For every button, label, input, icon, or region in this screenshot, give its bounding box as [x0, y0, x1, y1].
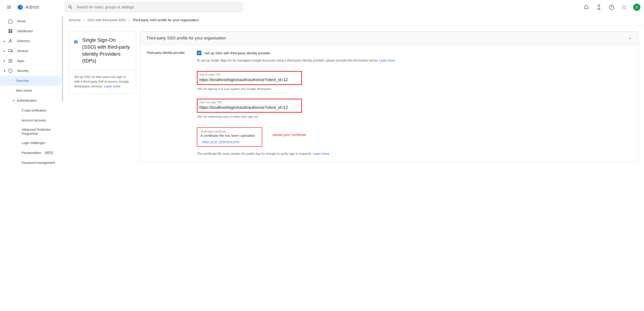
- annotation-box: Sign-in page URL: [197, 71, 302, 85]
- annotation-box: Sign-out page URL: [197, 99, 302, 113]
- svg-point-21: [10, 60, 11, 61]
- svg-point-7: [622, 8, 623, 9]
- svg-point-3: [625, 5, 626, 6]
- svg-point-19: [11, 59, 12, 60]
- sidebar-item-authentication[interactable]: ▾ Authentication: [0, 96, 63, 105]
- search-input[interactable]: [77, 5, 240, 9]
- breadcrumb-link[interactable]: SSO with third-party IDPs: [87, 18, 126, 22]
- chevron-down-icon: ▾: [3, 69, 6, 72]
- replace-certificate-button[interactable]: REPLACE CERTIFICATE: [200, 140, 259, 144]
- svg-point-22: [11, 60, 12, 61]
- tasks-button[interactable]: [594, 2, 604, 13]
- checkbox-label: Set up SSO with third-party identity pro…: [204, 51, 270, 55]
- learn-more-link[interactable]: Learn more: [379, 59, 395, 62]
- sidebar-item-directory[interactable]: ▸ Directory: [0, 36, 63, 46]
- sidebar-nav: Home Dashboard ▸ Directory ▸ Devices ▸ A…: [0, 14, 63, 311]
- user-avatar[interactable]: E: [633, 3, 640, 11]
- info-card-description: Set up SSO so that users can sign in wit…: [74, 75, 129, 88]
- svg-point-8: [624, 8, 624, 9]
- sidebar-item-overview[interactable]: Overview: [0, 76, 61, 86]
- sidebar-item-label: Login challenges: [22, 141, 45, 145]
- certificate-status: A certificate file has been uploaded: [200, 134, 259, 138]
- field-hint: URL for signing in to your system and Go…: [197, 87, 632, 91]
- panel-header[interactable]: Third-party SSO profile for your organis…: [140, 31, 638, 45]
- app-logo[interactable]: Admin: [17, 4, 39, 10]
- field-label: Verification certificate: [200, 130, 259, 133]
- panel-header-title: Third-party SSO profile for your organis…: [146, 36, 226, 40]
- admin-logo-icon: [17, 4, 24, 10]
- sidebar-item-label: Password management: [22, 161, 55, 165]
- collapse-icon[interactable]: [628, 36, 632, 40]
- devices-icon: [8, 48, 13, 53]
- bell-icon: [584, 4, 589, 10]
- sidebar-item-label: Passwordless: [22, 151, 41, 155]
- sidebar-item-label: Home: [17, 19, 26, 23]
- sidebar-item-account-recovery[interactable]: Account recovery: [0, 115, 63, 125]
- field-hint: URL for redirecting users to when they s…: [197, 115, 632, 118]
- sidebar-item-label: Advanced Protection Programme: [22, 128, 60, 136]
- hourglass-icon: [596, 4, 602, 10]
- hamburger-menu-button[interactable]: [4, 2, 14, 13]
- svg-rect-12: [10, 31, 12, 33]
- chevron-right-icon: ▸: [3, 49, 6, 53]
- sidebar-item-label: Devices: [17, 49, 28, 53]
- chevron-right-icon: ›: [84, 18, 84, 22]
- breadcrumb-current: Third-party SSO profile for your organis…: [132, 18, 199, 22]
- sidebar-item-passwordless[interactable]: Passwordless BETA: [0, 148, 63, 158]
- help-text: To set up Single Sign-On for managed Goo…: [197, 59, 379, 62]
- person-icon: [8, 38, 13, 43]
- field-label: Sign-out page URL: [199, 101, 300, 104]
- sidebar-item-label: Apps: [17, 59, 24, 63]
- main-content: Security › SSO with third-party IDPs › T…: [63, 14, 644, 311]
- signout-url-input[interactable]: [199, 104, 300, 112]
- sidebar-item-login-challenges[interactable]: Login challenges: [0, 138, 63, 148]
- menu-icon: [6, 4, 12, 10]
- sso-enable-checkbox[interactable]: [197, 51, 201, 55]
- apps-launcher-button[interactable]: [619, 2, 630, 13]
- chevron-right-icon: ▸: [3, 39, 6, 43]
- notifications-button[interactable]: [581, 2, 592, 13]
- help-button[interactable]: [606, 2, 617, 13]
- sidebar-item-dashboard[interactable]: Dashboard: [0, 26, 63, 36]
- signin-url-input[interactable]: [199, 77, 300, 84]
- signin-url-field: Sign-in page URL URL for signing in to y…: [197, 71, 632, 91]
- chevron-down-icon: ▾: [12, 99, 15, 102]
- learn-more-link[interactable]: Learn more: [313, 152, 329, 155]
- sidebar-scrollbar[interactable]: [62, 16, 63, 102]
- sidebar-item-label: Directory: [17, 39, 30, 43]
- shield-icon: [8, 68, 13, 73]
- svg-point-9: [625, 8, 626, 9]
- chevron-right-icon: ▸: [3, 59, 6, 63]
- field-label: Sign-in page URL: [199, 73, 300, 76]
- sidebar-item-advanced-protection[interactable]: Advanced Protection Programme: [0, 125, 63, 138]
- search-bar[interactable]: [64, 2, 243, 13]
- svg-point-2: [624, 5, 624, 6]
- help-icon: [609, 4, 614, 10]
- svg-rect-16: [12, 50, 13, 52]
- sidebar-item-home[interactable]: Home: [0, 16, 63, 26]
- sidebar-item-security[interactable]: ▾ Security: [0, 66, 63, 76]
- sidebar-item-label: Security: [17, 69, 29, 72]
- sidebar-item-apps[interactable]: ▸ Apps: [0, 56, 63, 66]
- sidebar-item-devices[interactable]: ▸ Devices: [0, 46, 63, 56]
- sidebar-item-label: Account recovery: [22, 118, 46, 122]
- breadcrumb-link[interactable]: Security: [68, 18, 81, 22]
- info-card-title: Single Sign-On (SSO) with third-party Id…: [82, 37, 130, 64]
- svg-point-24: [10, 62, 11, 63]
- sidebar-item-alert-centre[interactable]: Alert centre: [0, 86, 63, 96]
- annotation-text: upload your certificate: [272, 133, 306, 137]
- dashboard-icon: [8, 29, 13, 33]
- search-icon: [68, 4, 73, 10]
- sidebar-item-password-management[interactable]: Password management: [0, 158, 63, 168]
- svg-point-1: [622, 5, 623, 6]
- apps-grid-icon: [622, 5, 626, 9]
- breadcrumb: Security › SSO with third-party IDPs › T…: [63, 14, 644, 26]
- sidebar-item-label: Dashboard: [17, 29, 33, 33]
- info-card: Single Sign-On (SSO) with third-party Id…: [68, 31, 136, 93]
- signout-url-field: Sign-out page URL URL for redirecting us…: [197, 99, 632, 118]
- sidebar-item-2step[interactable]: 2-step verification: [0, 105, 63, 115]
- certificate-block: Verification certificate A certificate f…: [197, 127, 262, 147]
- learn-more-link[interactable]: Learn more: [104, 84, 120, 88]
- sidebar-item-label: Authentication: [17, 99, 37, 102]
- svg-rect-15: [8, 49, 11, 52]
